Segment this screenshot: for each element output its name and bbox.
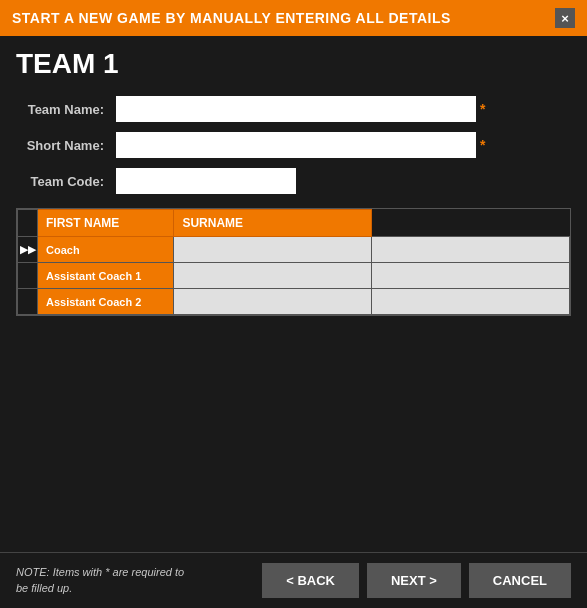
surname-input[interactable] — [372, 289, 569, 314]
team-code-input[interactable] — [116, 168, 296, 194]
col-surname: SURNAME — [174, 210, 372, 237]
note-text: NOTE: Items with * are required to be fi… — [16, 565, 196, 596]
table-header-row: FIRST NAME SURNAME — [18, 210, 570, 237]
short-name-row: Short Name: * — [16, 132, 571, 158]
surname-cell[interactable] — [372, 263, 570, 289]
team-name-row: Team Name: * — [16, 96, 571, 122]
modal-header: START A NEW GAME BY MANUALLY ENTERING AL… — [0, 0, 587, 36]
short-name-required: * — [480, 137, 485, 153]
modal-footer: NOTE: Items with * are required to be fi… — [0, 552, 587, 608]
surname-cell[interactable] — [372, 289, 570, 315]
short-name-label: Short Name: — [16, 138, 116, 153]
team-name-label: Team Name: — [16, 102, 116, 117]
col-arrow — [18, 210, 38, 237]
coaches-table-container: FIRST NAME SURNAME ▶CoachAssistant Coach… — [16, 208, 571, 316]
coaches-table: FIRST NAME SURNAME ▶CoachAssistant Coach… — [17, 209, 570, 315]
next-button[interactable]: NEXT > — [367, 563, 461, 598]
row-arrow-cell: ▶ — [18, 237, 38, 263]
table-row: Assistant Coach 1 — [18, 263, 570, 289]
short-name-input[interactable] — [116, 132, 476, 158]
first-name-input[interactable] — [174, 237, 371, 262]
row-role-label: Assistant Coach 2 — [38, 289, 174, 315]
team-name-input[interactable] — [116, 96, 476, 122]
table-row: Assistant Coach 2 — [18, 289, 570, 315]
first-name-cell[interactable] — [174, 289, 372, 315]
modal-container: START A NEW GAME BY MANUALLY ENTERING AL… — [0, 0, 587, 608]
team-name-required: * — [480, 101, 485, 117]
cancel-button[interactable]: CANCEL — [469, 563, 571, 598]
team-code-label: Team Code: — [16, 174, 116, 189]
row-role-label: Coach — [38, 237, 174, 263]
col-first-name: FIRST NAME — [38, 210, 174, 237]
modal-body: TEAM 1 Team Name: * Short Name: * Team C… — [0, 36, 587, 552]
team-title: TEAM 1 — [16, 48, 571, 80]
back-button[interactable]: < BACK — [262, 563, 359, 598]
footer-buttons: < BACK NEXT > CANCEL — [262, 563, 571, 598]
first-name-input[interactable] — [174, 263, 371, 288]
team-code-row: Team Code: — [16, 168, 571, 194]
close-button[interactable]: × — [555, 8, 575, 28]
first-name-cell[interactable] — [174, 263, 372, 289]
surname-input[interactable] — [372, 237, 569, 262]
surname-cell[interactable] — [372, 237, 570, 263]
modal-title: START A NEW GAME BY MANUALLY ENTERING AL… — [12, 10, 451, 26]
table-row: ▶Coach — [18, 237, 570, 263]
row-role-label: Assistant Coach 1 — [38, 263, 174, 289]
surname-input[interactable] — [372, 263, 569, 288]
row-arrow-cell — [18, 289, 38, 315]
row-arrow-cell — [18, 263, 38, 289]
first-name-input[interactable] — [174, 289, 371, 314]
first-name-cell[interactable] — [174, 237, 372, 263]
